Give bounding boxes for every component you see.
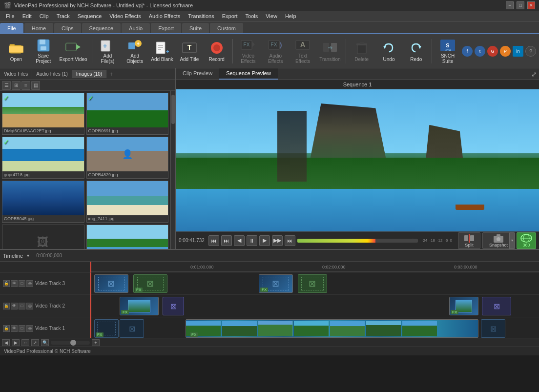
tab-custom[interactable]: Custom xyxy=(210,23,243,33)
social-fb[interactable]: f xyxy=(462,46,473,57)
next-button[interactable]: ⏭ xyxy=(285,235,295,246)
menu-clip[interactable]: Clip xyxy=(36,12,53,20)
track-lock-v2[interactable]: 🔒 xyxy=(3,303,10,309)
list-item[interactable]: ✓ DMqt6CiUEAAO2ET.jpg xyxy=(2,93,84,135)
step-back-button[interactable]: ◀ xyxy=(234,235,245,246)
media-list-view[interactable]: ≡ xyxy=(21,81,30,90)
clip-item[interactable]: ⊠ FX xyxy=(259,274,293,293)
list-item[interactable]: 🖼 xyxy=(2,225,84,249)
pause-button[interactable]: ⏸ xyxy=(247,235,257,246)
menu-audio-effects[interactable]: Audio Effects xyxy=(145,12,185,20)
minimize-button[interactable]: − xyxy=(506,1,514,9)
clip-item[interactable]: ⊠ xyxy=(94,274,128,293)
add-objects-button[interactable]: + Add Objects xyxy=(122,37,148,66)
clip-item[interactable]: ⊠ xyxy=(120,319,144,338)
redo-button[interactable]: Redo xyxy=(403,37,429,66)
list-item[interactable] xyxy=(86,225,169,249)
menu-track[interactable]: Track xyxy=(53,12,74,20)
track-visible-v3[interactable]: 👁 xyxy=(11,280,18,287)
tab-video-files[interactable]: Video Files xyxy=(0,70,32,78)
social-li[interactable]: in xyxy=(513,46,523,57)
open-button[interactable]: Open xyxy=(3,37,29,66)
clip-item[interactable]: FX xyxy=(449,297,478,315)
menu-transitions[interactable]: Transitions xyxy=(184,12,218,20)
track-solo-v3[interactable]: ◎ xyxy=(26,280,33,287)
snapshot-dropdown[interactable]: ▾ xyxy=(509,232,515,249)
transition-button[interactable]: Transition xyxy=(317,37,343,66)
menu-export[interactable]: Export xyxy=(218,12,242,20)
timeline-zoom-max[interactable]: + xyxy=(92,339,100,346)
list-item[interactable]: ✓ GOPR0691.jpg xyxy=(86,93,169,135)
tab-suite[interactable]: Suite xyxy=(182,23,209,33)
track-content-v1[interactable]: FX ⊠ xyxy=(90,317,539,338)
add-files-button[interactable]: + Add File(s) xyxy=(94,37,121,66)
menu-sequence[interactable]: Sequence xyxy=(74,12,106,20)
menu-tools[interactable]: Tools xyxy=(242,12,262,20)
track-content-v3[interactable]: ⊠ ⊠ FX ⊠ FX ⊠ xyxy=(90,272,539,294)
track-lock-v3[interactable]: 🔒 xyxy=(3,280,10,287)
track-mute-v3[interactable]: □ xyxy=(19,280,25,287)
tab-clip-preview[interactable]: Clip Preview xyxy=(176,68,219,80)
video-effects-button[interactable]: FX Video Effects xyxy=(235,37,262,66)
split-button[interactable]: Split xyxy=(458,232,480,249)
play-button[interactable]: ▶ xyxy=(259,235,270,246)
timeline-prev-button[interactable]: ◀ xyxy=(2,339,10,346)
nch-suite-button[interactable]: SNCH SNCH Suite xyxy=(435,37,461,66)
prev-frame-button[interactable]: ⏮ xyxy=(208,235,219,246)
tab-sequence[interactable]: Sequence xyxy=(82,23,121,33)
media-view-toggle[interactable]: ☰ xyxy=(2,81,11,90)
export-video-button[interactable]: Export Video xyxy=(58,37,89,66)
record-button[interactable]: Record xyxy=(204,37,230,66)
dropdown-arrow[interactable]: ▾ xyxy=(27,253,29,258)
list-item[interactable]: ✓ gopr4718.jpg xyxy=(2,137,84,179)
audio-effects-button[interactable]: FX Audio Effects xyxy=(262,37,289,66)
clip-item[interactable]: FX xyxy=(94,319,119,338)
preview-expand-button[interactable]: ⤢ xyxy=(529,68,539,80)
clip-item[interactable]: ⊠ xyxy=(298,274,327,293)
clip-item[interactable]: ⊠ xyxy=(481,319,505,338)
clip-item[interactable]: ⊠ FX xyxy=(133,274,167,293)
timeline-zoom-out[interactable]: ↔ xyxy=(21,339,29,346)
list-item[interactable]: 👤 GOPR4829.jpg xyxy=(86,137,169,179)
add-title-button[interactable]: T Add Title xyxy=(176,37,203,66)
text-effects-button[interactable]: A Text Effects xyxy=(290,37,316,66)
clip-item[interactable]: ⊠ xyxy=(163,297,184,315)
add-tab-button[interactable]: + xyxy=(106,69,116,79)
media-details-view[interactable]: ▤ xyxy=(31,81,40,90)
save-project-button[interactable]: Save Project xyxy=(30,37,57,66)
track-mute-v1[interactable]: □ xyxy=(19,325,25,332)
social-tw[interactable]: t xyxy=(475,46,485,57)
media-grid-view[interactable]: ⊞ xyxy=(12,81,21,90)
track-solo-v1[interactable]: ◎ xyxy=(26,325,33,332)
track-visible-v1[interactable]: 👁 xyxy=(11,325,18,332)
progress-bar[interactable]: 0 xyxy=(297,239,418,243)
timeline-zoom-in-btn[interactable]: 🔍 xyxy=(41,339,49,346)
clip-item[interactable]: FX xyxy=(120,297,159,315)
prev-button[interactable]: ⏭ xyxy=(221,235,232,246)
list-item[interactable]: img_7411.jpg xyxy=(86,181,169,223)
list-item[interactable]: GOPR5045.jpg xyxy=(2,181,84,223)
track-lock-v1[interactable]: 🔒 xyxy=(3,325,10,332)
close-button[interactable]: ✕ xyxy=(527,1,535,9)
maximize-button[interactable]: □ xyxy=(517,1,524,9)
timeline-fit[interactable]: ⤢ xyxy=(31,339,39,346)
track-solo-v2[interactable]: ◎ xyxy=(26,303,33,309)
menu-help[interactable]: Help xyxy=(281,12,300,20)
add-blank-button[interactable]: + Add Blank xyxy=(149,37,175,66)
social-g[interactable]: G xyxy=(487,46,498,57)
vr360-button[interactable]: 360 xyxy=(517,232,536,249)
timeline-next-button[interactable]: ▶ xyxy=(12,339,20,346)
tab-audio-files[interactable]: Audio Files (1) xyxy=(32,70,72,78)
clip-item-ocean[interactable]: FX xyxy=(186,319,478,338)
menu-view[interactable]: View xyxy=(262,12,281,20)
help-button[interactable]: ? xyxy=(525,46,536,57)
tab-clips[interactable]: Clips xyxy=(54,23,81,33)
step-fwd-button[interactable]: ▶▶ xyxy=(272,235,283,246)
undo-button[interactable]: Undo xyxy=(376,37,402,66)
social-p[interactable]: P xyxy=(500,46,511,57)
tab-home[interactable]: Home xyxy=(24,23,53,33)
delete-button[interactable]: Delete xyxy=(349,37,375,66)
tab-images[interactable]: Images (10) xyxy=(72,70,106,78)
tab-file[interactable]: File xyxy=(0,23,23,33)
track-mute-v2[interactable]: □ xyxy=(19,303,25,309)
